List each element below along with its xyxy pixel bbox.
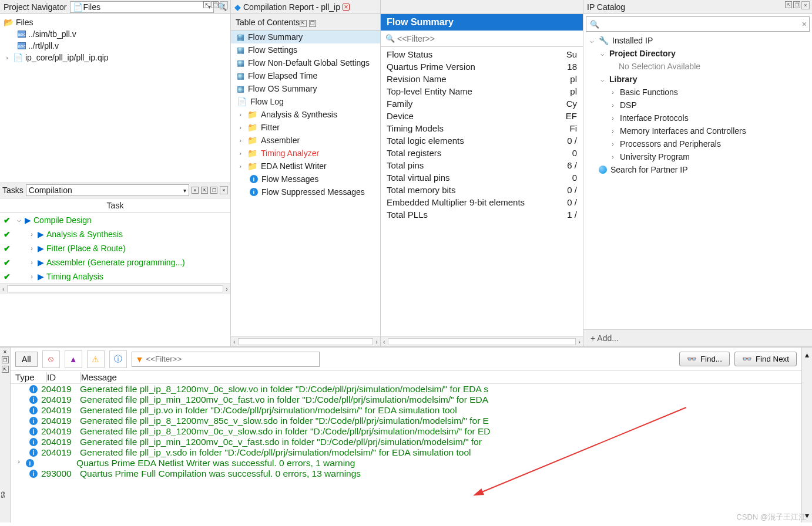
- messages-vscroll[interactable]: ▴ ▾: [801, 348, 812, 522]
- collapse-arrow-icon[interactable]: ⌵: [599, 76, 606, 83]
- warning-filter-icon[interactable]: ⚠: [87, 350, 105, 368]
- ip-category[interactable]: ›Processors and Peripherals: [587, 137, 808, 150]
- toc-item[interactable]: ›📁EDA Netlist Writer: [231, 160, 380, 173]
- scroll-right-icon[interactable]: ›: [375, 338, 378, 345]
- message-row[interactable]: i204019Generated file pll_ip_8_1200mv_85…: [15, 416, 797, 426]
- message-row[interactable]: i293000Quartus Prime Full Compilation wa…: [15, 468, 797, 479]
- tree-qip[interactable]: › 📄 ip_core/pll_ip/pll_ip.qip: [0, 52, 230, 63]
- expand-arrow-icon[interactable]: ›: [609, 102, 616, 109]
- expand-arrow-icon[interactable]: ›: [237, 137, 244, 144]
- ip-category[interactable]: ›DSP: [587, 99, 808, 112]
- toc-item[interactable]: ▦Flow Summary: [231, 31, 380, 43]
- toc-item[interactable]: ›📁Assembler: [231, 134, 380, 147]
- critical-warning-filter-icon[interactable]: ▲: [65, 350, 82, 368]
- expand-arrow-icon[interactable]: ›: [28, 259, 35, 266]
- dock-icon[interactable]: ❐: [309, 20, 316, 27]
- message-row[interactable]: i204019Generated file pll_ip_8_1200mv_0c…: [15, 426, 797, 437]
- play-icon[interactable]: ▶: [25, 215, 31, 225]
- expand-arrow-icon[interactable]: ›: [609, 127, 616, 134]
- ip-category[interactable]: ›Interface Protocols: [587, 112, 808, 124]
- scroll-up-icon[interactable]: ▴: [805, 350, 809, 359]
- expand-arrow-icon[interactable]: ›: [609, 153, 616, 160]
- toc-hscroll[interactable]: ‹ ›: [231, 336, 380, 346]
- play-icon[interactable]: ▶: [38, 272, 44, 281]
- compilation-report-tab[interactable]: ◆ Compilation Report - pll_ip ×: [231, 0, 380, 14]
- play-icon[interactable]: ▶: [38, 258, 44, 267]
- summary-hscroll[interactable]: ‹ ›: [381, 336, 583, 346]
- clear-icon[interactable]: ×: [802, 19, 807, 29]
- tree-file[interactable]: abc ../rtl/pll.v: [0, 40, 230, 52]
- expand-arrow-icon[interactable]: ›: [237, 150, 244, 157]
- pin-icon[interactable]: ⇱: [201, 187, 208, 194]
- tasks-hscroll[interactable]: ‹ ›: [0, 284, 230, 294]
- collapse-arrow-icon[interactable]: ⌵: [599, 50, 606, 58]
- close-tab-icon[interactable]: ×: [343, 4, 350, 11]
- toc-tree[interactable]: ▦Flow Summary▦Flow Settings▦Flow Non-Def…: [231, 31, 380, 336]
- close-icon[interactable]: ×: [220, 186, 228, 194]
- find-next-button[interactable]: 👓 Find Next: [734, 352, 797, 366]
- expand-arrow-icon[interactable]: ›: [28, 231, 35, 238]
- toc-item[interactable]: iFlow Messages: [231, 173, 380, 186]
- task-row-compile[interactable]: ✔ ⌵ ▶ Compile Design: [0, 213, 230, 227]
- expand-arrow-icon[interactable]: ›: [15, 458, 22, 465]
- pin-icon[interactable]: ⇱: [785, 1, 792, 8]
- messages-list[interactable]: i204019Generated file pll_ip_8_1200mv_0c…: [11, 384, 801, 522]
- dock-icon[interactable]: ❐: [793, 1, 800, 8]
- navigator-view-combo[interactable]: 📄 Files: [70, 1, 214, 13]
- play-icon[interactable]: ▶: [38, 230, 44, 239]
- tasks-tree[interactable]: ✔ ⌵ ▶ Compile Design ✔ › ▶ Analysis & Sy…: [0, 213, 230, 284]
- close-icon[interactable]: ×: [0, 349, 10, 355]
- scroll-right-icon[interactable]: ›: [226, 285, 228, 292]
- list-icon[interactable]: ≡: [192, 187, 199, 194]
- task-row[interactable]: ✔ › ▶ Timing Analysis: [0, 269, 230, 284]
- toc-item[interactable]: ›📁Fitter: [231, 121, 380, 134]
- scroll-left-icon[interactable]: ‹: [2, 285, 5, 292]
- expand-arrow-icon[interactable]: ›: [237, 163, 244, 170]
- message-row[interactable]: i204019Generated file pll_ip.vo in folde…: [15, 405, 797, 416]
- pin-icon[interactable]: ⇱: [2, 366, 9, 373]
- expand-arrow-icon[interactable]: ›: [237, 111, 244, 118]
- ip-category[interactable]: ›Memory Interfaces and Controllers: [587, 124, 808, 137]
- project-navigator-tree[interactable]: 📂 Files abc ../sim/tb_pll.v abc ../rtl/p…: [0, 14, 230, 183]
- toc-item[interactable]: ▦Flow Non-Default Global Settings: [231, 56, 380, 69]
- flow-filter-input[interactable]: [397, 34, 578, 43]
- toc-item[interactable]: 📄Flow Log: [231, 95, 380, 108]
- collapse-arrow-icon[interactable]: ⌵: [588, 37, 595, 45]
- messages-all-button[interactable]: All: [15, 352, 38, 367]
- pin-icon[interactable]: ⇱: [300, 20, 307, 27]
- scroll-left-icon[interactable]: ‹: [233, 338, 236, 345]
- toc-item[interactable]: ›📁Timing Analyzer: [231, 147, 380, 160]
- message-row[interactable]: i204019Generated file pll_ip_min_1200mv_…: [15, 394, 797, 405]
- dock-icon[interactable]: ❐: [210, 187, 217, 194]
- ip-search-partner[interactable]: Search for Partner IP: [587, 163, 808, 176]
- toc-item[interactable]: ▦Flow Elapsed Time: [231, 69, 380, 82]
- collapse-arrow-icon[interactable]: ⌵: [15, 216, 22, 224]
- close-icon[interactable]: ×: [220, 1, 228, 9]
- scroll-left-icon[interactable]: ‹: [383, 338, 385, 345]
- expand-arrow-icon[interactable]: ›: [4, 54, 11, 61]
- messages-sidebar[interactable]: × ❐ ⇱ es: [0, 348, 11, 522]
- toc-item[interactable]: iFlow Suppressed Messages: [231, 186, 380, 198]
- message-row[interactable]: i204019Generated file pll_ip_v.sdo in fo…: [15, 447, 797, 458]
- dock-icon[interactable]: ❐: [212, 1, 219, 8]
- expand-arrow-icon[interactable]: ›: [28, 273, 35, 280]
- ip-category[interactable]: ›University Program: [587, 150, 808, 163]
- ip-installed[interactable]: ⌵ 🔧 Installed IP: [587, 34, 808, 47]
- tree-file[interactable]: abc ../sim/tb_pll.v: [0, 28, 230, 40]
- messages-filter-input[interactable]: ▼: [132, 352, 320, 367]
- task-row[interactable]: ✔ › ▶ Fitter (Place & Route): [0, 241, 230, 255]
- ip-library[interactable]: ⌵ Library: [587, 73, 808, 86]
- message-row[interactable]: ›iQuartus Prime EDA Netlist Writer was s…: [15, 458, 797, 468]
- expand-arrow-icon[interactable]: ›: [609, 89, 616, 96]
- expand-arrow-icon[interactable]: ›: [28, 245, 35, 252]
- toc-item[interactable]: ▦Flow Settings: [231, 43, 380, 56]
- close-icon[interactable]: ×: [801, 1, 810, 9]
- ip-add-button[interactable]: + Add...: [583, 329, 812, 346]
- dock-icon[interactable]: ❐: [2, 356, 9, 363]
- ip-project-directory[interactable]: ⌵ Project Directory: [587, 47, 808, 60]
- scroll-right-icon[interactable]: ›: [578, 338, 581, 345]
- toc-item[interactable]: ▦Flow OS Summary: [231, 82, 380, 95]
- ip-category[interactable]: ›Basic Functions: [587, 86, 808, 99]
- find-button[interactable]: 👓 Find...: [679, 352, 730, 366]
- tree-folder-files[interactable]: 📂 Files: [0, 16, 230, 28]
